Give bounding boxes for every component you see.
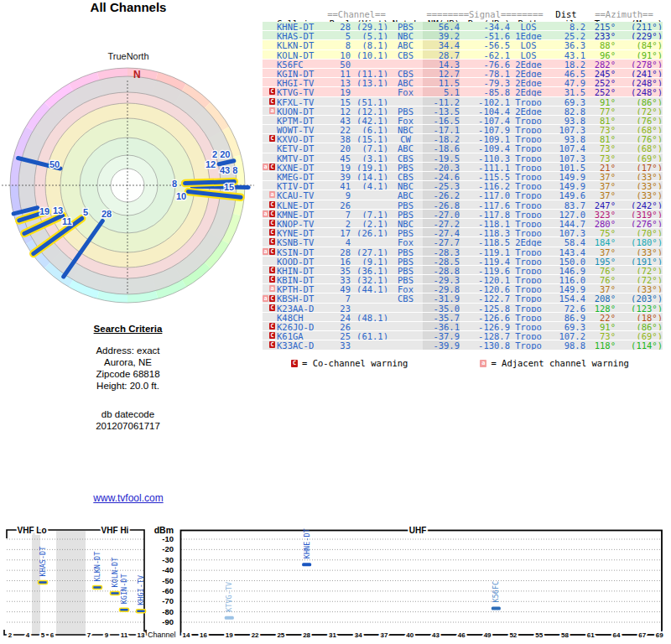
distance-cell: 154.4	[547, 293, 585, 302]
search-criteria: Search Criteria Address: exact Aurora, N…	[34, 324, 222, 432]
dbm-gridlines	[7, 539, 662, 622]
virtual-channel-cell: (13.1)	[351, 78, 388, 86]
noise-margin-cell: -28.5	[423, 257, 460, 265]
virtual-channel-cell	[351, 293, 388, 302]
azimuth-true-cell: 282°	[585, 60, 616, 68]
svg-text:61: 61	[587, 631, 595, 639]
power-cell: -119.1	[460, 247, 510, 256]
table-row: aKPTH-DT49(44.1)Fox-29.8-120.6Tropo149.9…	[263, 284, 663, 293]
distance-cell: 69.3	[547, 322, 585, 330]
warning-legend: C = Co-channel warning a = Adjacent chan…	[291, 358, 629, 368]
network-cell: Fox	[388, 284, 423, 293]
virtual-channel-cell	[351, 190, 388, 199]
real-channel-cell: 41	[325, 181, 351, 190]
network-cell: PBS	[388, 228, 423, 236]
distance-cell: 107.3	[547, 228, 585, 236]
network-cell: CBS	[388, 69, 423, 77]
svg-text:VHF Lo: VHF Lo	[18, 526, 47, 535]
virtual-channel-cell: (5.1)	[351, 31, 388, 39]
callsign-cell: KTVG-TV	[277, 87, 325, 96]
azimuth-true-cell: 118°	[585, 340, 616, 349]
distance-cell: 8.2	[547, 22, 585, 30]
warning-markers: aC	[263, 163, 277, 171]
path-cell: Tropo	[510, 331, 547, 340]
co-channel-warning-icon: C	[269, 332, 275, 339]
chart-frames	[4, 530, 662, 635]
channel-header-deco: ==Channel==	[325, 10, 388, 19]
callsign-cell: KOOD-DT	[277, 257, 325, 265]
power-cell: -111.1	[460, 163, 510, 171]
warning-markers: C	[263, 97, 277, 106]
power-cell: -110.3	[460, 153, 510, 162]
dbm-axis-labels: dBm-10-20-30-40-50-60-70-80-90	[154, 525, 174, 626]
distance-cell: 116.0	[547, 275, 585, 283]
virtual-channel-cell	[351, 87, 388, 96]
azimuth-true-cell: 247°	[585, 200, 616, 209]
power-cell: -115.5	[460, 172, 510, 180]
noise-margin-cell: -28.3	[423, 247, 460, 256]
power-cell: -120.1	[460, 275, 510, 283]
noise-margin-cell: -35.0	[423, 304, 460, 312]
virtual-channel-cell: (26.1)	[351, 228, 388, 236]
warning-markers	[263, 143, 277, 152]
adjacent-channel-warning-icon: a	[263, 248, 268, 255]
table-row: CKHIN-DT35(36.1)PBS-28.8-119.6Tropo146.9…	[263, 266, 663, 275]
warning-markers	[263, 22, 277, 30]
path-cell: Tropo	[510, 313, 547, 321]
noise-margin-cell: -35.7	[423, 313, 460, 321]
noise-margin-cell: -13.5	[423, 106, 460, 115]
power-cell: -107.9	[460, 125, 510, 133]
noise-margin-cell: 14.3	[423, 60, 460, 68]
virtual-channel-cell: (7.1)	[351, 143, 388, 152]
svg-text:34: 34	[355, 631, 362, 639]
virtual-channel-cell: (19.1)	[351, 163, 388, 171]
virtual-channel-cell: (15.1)	[351, 134, 388, 143]
noise-margin-cell: -18.6	[423, 143, 460, 152]
real-channel-cell: 2	[325, 219, 351, 227]
svg-text:8: 8	[172, 179, 177, 189]
azimuth-true-cell: 73°	[585, 153, 616, 162]
callsign-cell: KLKN-DT	[277, 40, 325, 49]
network-cell: PBS	[388, 266, 423, 274]
noise-margin-cell: -19.5	[423, 153, 460, 162]
virtual-channel-cell: (27.1)	[351, 247, 388, 256]
path-cell: 1Edge	[510, 31, 547, 39]
virtual-channel-cell: (29.1)	[351, 22, 388, 30]
azimuth-true-cell: 252°	[585, 87, 616, 96]
network-cell: Fox	[388, 237, 423, 246]
table-row: CKLNE-DT26PBS-26.8-117.6Tropo83.7247°(24…	[263, 200, 663, 210]
azimuth-magnetic-cell: (203°)	[616, 293, 663, 302]
warning-markers	[263, 116, 277, 124]
warning-markers: C	[263, 228, 277, 236]
svg-text:52: 52	[509, 631, 517, 639]
noise-margin-cell: -27.7	[423, 237, 460, 246]
real-channel-cell: 43	[325, 116, 351, 124]
distance-cell: 31.5	[547, 87, 585, 96]
callsign-cell: KPTH-DT	[277, 284, 325, 293]
power-cell: -109.4	[460, 143, 510, 152]
path-cell: Tropo	[510, 340, 547, 349]
network-cell	[388, 331, 423, 340]
tvfool-link[interactable]: www.tvfool.com	[93, 492, 163, 504]
path-cell: Tropo	[510, 210, 547, 218]
network-cell: PBS	[388, 275, 423, 283]
table-row: aKUON-DT12(12.1)PBS-13.5-104.42Edge82.87…	[263, 106, 663, 116]
svg-text:UHF: UHF	[409, 526, 427, 535]
callsign-cell: KHIN-DT	[277, 266, 325, 274]
real-channel-cell: 28	[325, 22, 351, 30]
noise-margin-cell: 34.4	[423, 40, 460, 49]
co-channel-warning-icon: C	[269, 201, 275, 208]
network-cell: PBS	[388, 106, 423, 115]
height-line: Height: 20.0 ft.	[34, 380, 222, 392]
db-datecode-value: 201207061717	[34, 420, 222, 432]
distance-cell: 101.5	[547, 163, 585, 171]
callsign-cell: KOLN-DT	[277, 50, 325, 59]
callsign-cell: KSNB-TV	[277, 237, 325, 246]
svg-text:K56FC: K56FC	[492, 581, 500, 603]
warning-markers: C	[263, 237, 277, 246]
distance-cell: 86.9	[547, 313, 585, 321]
power-cell: -126.9	[460, 322, 510, 330]
callsign-cell: K48CH	[277, 313, 325, 321]
virtual-channel-cell	[351, 340, 388, 349]
warning-markers	[263, 257, 277, 265]
